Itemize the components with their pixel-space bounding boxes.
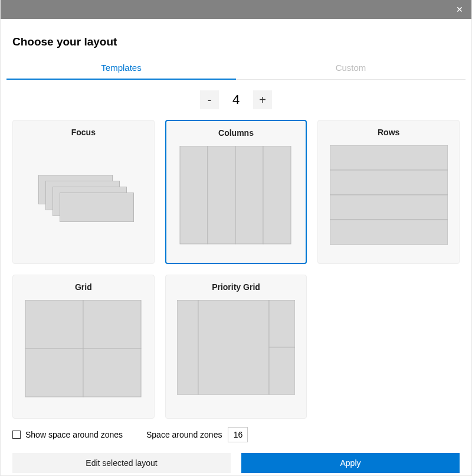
svg-rect-12 bbox=[177, 300, 198, 395]
template-title-columns: Columns bbox=[218, 121, 254, 146]
svg-rect-13 bbox=[198, 300, 269, 395]
edit-layout-button[interactable]: Edit selected layout bbox=[12, 453, 231, 473]
apply-label: Apply bbox=[340, 458, 360, 468]
svg-rect-7 bbox=[330, 220, 448, 244]
edit-layout-label: Edit selected layout bbox=[86, 458, 157, 468]
svg-rect-4 bbox=[330, 145, 448, 170]
bottom-panel: Show space around zones Space around zon… bbox=[12, 419, 460, 476]
stepper-value: 4 bbox=[226, 92, 246, 107]
zone-count-stepper: - 4 + bbox=[12, 90, 460, 109]
template-card-rows[interactable]: Rows bbox=[317, 120, 460, 264]
template-title-focus: Focus bbox=[71, 120, 96, 145]
stepper-increment-button[interactable]: + bbox=[253, 90, 272, 109]
preview-priority-grid bbox=[177, 300, 295, 400]
svg-rect-0 bbox=[180, 146, 208, 244]
svg-rect-15 bbox=[269, 347, 295, 395]
show-space-checkbox[interactable] bbox=[12, 431, 21, 439]
titlebar: ✕ bbox=[1, 0, 471, 19]
svg-rect-1 bbox=[208, 146, 235, 244]
space-around-value[interactable]: 16 bbox=[228, 427, 248, 442]
options-row: Show space around zones Space around zon… bbox=[12, 427, 460, 442]
svg-rect-8 bbox=[25, 300, 83, 348]
show-space-label: Show space around zones bbox=[25, 430, 123, 439]
preview-grid bbox=[24, 300, 142, 400]
dialog-title: Choose your layout bbox=[12, 35, 460, 48]
svg-rect-10 bbox=[25, 348, 83, 397]
svg-rect-14 bbox=[269, 300, 295, 347]
tab-templates[interactable]: Templates bbox=[6, 59, 236, 80]
tab-custom[interactable]: Custom bbox=[236, 59, 466, 79]
svg-rect-6 bbox=[330, 195, 448, 220]
preview-columns bbox=[177, 146, 295, 246]
templates-grid: Focus Columns bbox=[12, 120, 460, 419]
template-title-priority-grid: Priority Grid bbox=[212, 275, 260, 300]
action-row: Edit selected layout Apply bbox=[12, 453, 460, 473]
apply-button[interactable]: Apply bbox=[241, 453, 460, 473]
tab-custom-label: Custom bbox=[336, 63, 366, 73]
tabs: Templates Custom bbox=[6, 59, 466, 80]
svg-rect-3 bbox=[263, 146, 291, 244]
svg-rect-5 bbox=[330, 170, 448, 195]
preview-rows bbox=[330, 145, 448, 246]
tab-templates-label: Templates bbox=[101, 63, 141, 73]
close-icon: ✕ bbox=[456, 5, 463, 14]
svg-rect-11 bbox=[83, 348, 141, 397]
stepper-decrement-button[interactable]: - bbox=[200, 90, 219, 109]
template-card-grid[interactable]: Grid bbox=[12, 275, 155, 419]
template-card-focus[interactable]: Focus bbox=[12, 120, 155, 264]
template-card-priority-grid[interactable]: Priority Grid bbox=[165, 275, 307, 419]
preview-focus bbox=[24, 145, 142, 246]
template-title-rows: Rows bbox=[378, 120, 399, 145]
svg-rect-2 bbox=[235, 146, 263, 244]
close-button[interactable]: ✕ bbox=[451, 1, 468, 18]
space-around-label: Space around zones bbox=[146, 430, 222, 439]
template-card-columns[interactable]: Columns bbox=[165, 120, 307, 264]
svg-rect-9 bbox=[83, 300, 141, 348]
template-title-grid: Grid bbox=[75, 275, 92, 300]
dialog-content: Choose your layout Templates Custom - 4 … bbox=[1, 19, 471, 476]
